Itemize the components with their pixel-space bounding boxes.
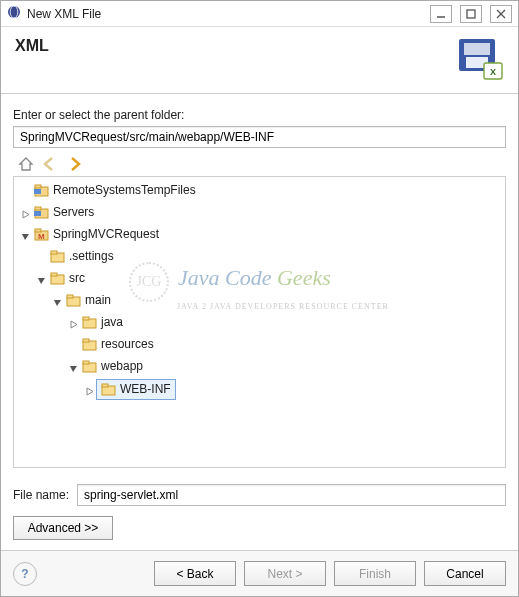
tree-node[interactable]: resources <box>80 335 156 354</box>
folder-tree[interactable]: RemoteSystemsTempFilesServersMSpringMVCR… <box>16 181 503 402</box>
folder-icon <box>82 338 97 351</box>
tree-twist-icon[interactable] <box>52 298 62 308</box>
svg-rect-7 <box>464 43 490 55</box>
forward-arrow-icon[interactable] <box>65 155 83 173</box>
svg-rect-15 <box>35 207 41 210</box>
help-button[interactable]: ? <box>13 562 37 586</box>
tree-node-label: src <box>69 269 85 288</box>
maximize-button[interactable] <box>460 5 482 23</box>
svg-rect-29 <box>83 339 89 342</box>
svg-rect-25 <box>67 295 73 298</box>
tree-node-label: SpringMVCRequest <box>53 225 159 244</box>
tree-twist-icon[interactable] <box>36 276 46 286</box>
tree-node[interactable]: src <box>48 269 87 288</box>
svg-rect-31 <box>83 361 89 364</box>
tree-node[interactable]: MSpringMVCRequest <box>32 225 161 244</box>
folder-icon <box>101 383 116 396</box>
tree-node[interactable]: .settings <box>48 247 116 266</box>
tree-node-label: RemoteSystemsTempFiles <box>53 181 196 200</box>
tree-node[interactable]: main <box>64 291 113 310</box>
window-title: New XML File <box>27 7 430 21</box>
svg-rect-27 <box>83 317 89 320</box>
tree-node[interactable]: java <box>80 313 125 332</box>
svg-rect-21 <box>51 251 57 254</box>
svg-rect-13 <box>34 189 41 194</box>
tree-node[interactable]: WEB-INF <box>96 379 176 400</box>
svg-rect-23 <box>51 273 57 276</box>
tree-node-label: resources <box>101 335 154 354</box>
tree-node-label: WEB-INF <box>120 380 171 399</box>
tree-twist-icon[interactable] <box>20 210 30 220</box>
folder-icon <box>34 206 49 219</box>
svg-rect-12 <box>35 185 41 188</box>
tree-node-label: java <box>101 313 123 332</box>
folder-icon <box>50 272 65 285</box>
tree-node[interactable]: Servers <box>32 203 96 222</box>
tree-node-label: webapp <box>101 357 143 376</box>
finish-button: Finish <box>334 561 416 586</box>
svg-rect-16 <box>34 211 41 216</box>
minimize-button[interactable] <box>430 5 452 23</box>
parent-folder-label: Enter or select the parent folder: <box>13 108 506 122</box>
tree-twist-icon[interactable] <box>20 232 30 242</box>
tree-node-label: Servers <box>53 203 94 222</box>
cancel-button[interactable]: Cancel <box>424 561 506 586</box>
svg-text:M: M <box>38 232 45 241</box>
back-arrow-icon[interactable] <box>41 155 59 173</box>
tree-node[interactable]: RemoteSystemsTempFiles <box>32 181 198 200</box>
tree-node[interactable]: webapp <box>80 357 145 376</box>
next-button: Next > <box>244 561 326 586</box>
parent-folder-input[interactable] <box>13 126 506 148</box>
tree-node-label: main <box>85 291 111 310</box>
filename-label: File name: <box>13 488 69 502</box>
back-button[interactable]: < Back <box>154 561 236 586</box>
svg-text:X: X <box>490 67 496 77</box>
page-title: XML <box>15 37 49 55</box>
home-icon[interactable] <box>17 155 35 173</box>
eclipse-icon <box>7 5 21 22</box>
folder-icon <box>66 294 81 307</box>
tree-twist-icon[interactable] <box>68 364 78 374</box>
folder-icon: M <box>34 228 49 241</box>
svg-rect-3 <box>467 10 475 18</box>
tree-twist-icon[interactable] <box>68 320 78 330</box>
tree-node-label: .settings <box>69 247 114 266</box>
svg-rect-33 <box>102 384 108 387</box>
tree-twist-icon[interactable] <box>84 387 94 397</box>
close-button[interactable] <box>490 5 512 23</box>
folder-icon <box>82 360 97 373</box>
save-xml-icon: X <box>456 37 504 81</box>
advanced-button[interactable]: Advanced >> <box>13 516 113 540</box>
folder-icon <box>34 184 49 197</box>
filename-input[interactable] <box>77 484 506 506</box>
folder-icon <box>82 316 97 329</box>
folder-icon <box>50 250 65 263</box>
